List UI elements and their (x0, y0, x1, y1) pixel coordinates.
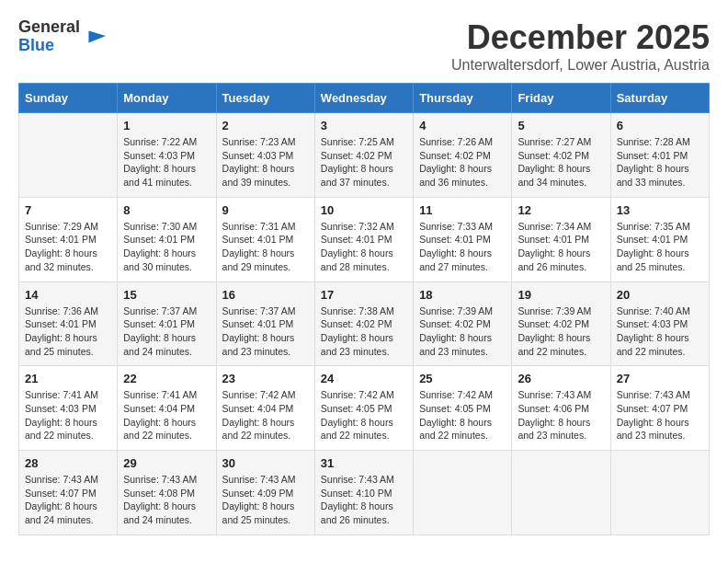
calendar-cell: 4 Sunrise: 7:26 AM Sunset: 4:02 PM Dayli… (414, 113, 512, 198)
logo-blue: Blue (18, 37, 80, 55)
calendar-week-0: 1 Sunrise: 7:22 AM Sunset: 4:03 PM Dayli… (19, 113, 710, 198)
sunrise-text: Sunrise: 7:28 AM (617, 136, 690, 147)
sunrise-text: Sunrise: 7:22 AM (123, 136, 197, 147)
day-info: Sunrise: 7:43 AM Sunset: 4:06 PM Dayligh… (518, 388, 604, 442)
sunrise-text: Sunrise: 7:30 AM (123, 221, 197, 232)
day-info: Sunrise: 7:38 AM Sunset: 4:02 PM Dayligh… (321, 304, 407, 359)
sunset-text: Sunset: 4:02 PM (321, 150, 392, 161)
sunset-text: Sunset: 4:07 PM (617, 403, 688, 414)
calendar-cell (19, 113, 118, 198)
calendar-cell: 9 Sunrise: 7:31 AM Sunset: 4:01 PM Dayli… (216, 197, 314, 282)
daylight-text: Daylight: 8 hours and 22 minutes. (518, 332, 590, 357)
header-friday: Friday (512, 84, 610, 113)
sunset-text: Sunset: 4:01 PM (123, 318, 195, 329)
daylight-text: Daylight: 8 hours and 25 minutes. (617, 247, 689, 272)
day-info: Sunrise: 7:33 AM Sunset: 4:01 PM Dayligh… (419, 220, 506, 274)
sunset-text: Sunset: 4:01 PM (321, 234, 392, 245)
daylight-text: Daylight: 8 hours and 23 minutes. (222, 332, 295, 357)
sunrise-text: Sunrise: 7:38 AM (321, 305, 394, 316)
day-info: Sunrise: 7:28 AM Sunset: 4:01 PM Dayligh… (617, 135, 703, 190)
daylight-text: Daylight: 8 hours and 22 minutes. (617, 332, 689, 357)
daylight-text: Daylight: 8 hours and 36 minutes. (419, 163, 492, 188)
header-thursday: Thursday (414, 84, 512, 113)
sunrise-text: Sunrise: 7:43 AM (123, 474, 197, 485)
sunrise-text: Sunrise: 7:41 AM (25, 389, 98, 400)
day-number: 17 (321, 288, 407, 302)
calendar-week-4: 28 Sunrise: 7:43 AM Sunset: 4:07 PM Dayl… (19, 451, 710, 535)
day-info: Sunrise: 7:27 AM Sunset: 4:02 PM Dayligh… (518, 135, 604, 190)
day-number: 14 (25, 288, 111, 302)
sunset-text: Sunset: 4:06 PM (518, 403, 589, 414)
sunrise-text: Sunrise: 7:42 AM (419, 389, 493, 400)
daylight-text: Daylight: 8 hours and 41 minutes. (123, 163, 196, 188)
daylight-text: Daylight: 8 hours and 25 minutes. (25, 332, 97, 357)
calendar-week-3: 21 Sunrise: 7:41 AM Sunset: 4:03 PM Dayl… (19, 366, 710, 451)
day-info: Sunrise: 7:25 AM Sunset: 4:02 PM Dayligh… (321, 135, 407, 190)
day-number: 19 (518, 288, 604, 302)
sunset-text: Sunset: 4:03 PM (25, 403, 97, 414)
sunset-text: Sunset: 4:02 PM (518, 150, 589, 161)
day-info: Sunrise: 7:43 AM Sunset: 4:10 PM Dayligh… (321, 473, 407, 527)
day-info: Sunrise: 7:41 AM Sunset: 4:04 PM Dayligh… (123, 388, 210, 442)
daylight-text: Daylight: 8 hours and 23 minutes. (617, 417, 689, 442)
header-wednesday: Wednesday (314, 84, 413, 113)
day-number: 12 (518, 203, 604, 217)
sunrise-text: Sunrise: 7:36 AM (25, 305, 98, 316)
sunset-text: Sunset: 4:09 PM (222, 488, 294, 499)
header-row: Sunday Monday Tuesday Wednesday Thursday… (19, 84, 710, 113)
day-number: 28 (25, 456, 111, 470)
calendar-cell: 25 Sunrise: 7:42 AM Sunset: 4:05 PM Dayl… (414, 366, 512, 451)
day-info: Sunrise: 7:42 AM Sunset: 4:05 PM Dayligh… (419, 388, 506, 442)
header-monday: Monday (118, 84, 216, 113)
svg-marker-0 (89, 30, 107, 42)
sunset-text: Sunset: 4:04 PM (222, 403, 294, 414)
sunrise-text: Sunrise: 7:33 AM (419, 221, 493, 232)
sunset-text: Sunset: 4:03 PM (123, 150, 195, 161)
calendar-cell: 6 Sunrise: 7:28 AM Sunset: 4:01 PM Dayli… (610, 113, 709, 198)
sunrise-text: Sunrise: 7:29 AM (25, 221, 98, 232)
calendar-cell: 27 Sunrise: 7:43 AM Sunset: 4:07 PM Dayl… (610, 366, 709, 451)
calendar-cell (512, 451, 610, 535)
sunrise-text: Sunrise: 7:43 AM (321, 474, 394, 485)
daylight-text: Daylight: 8 hours and 37 minutes. (321, 163, 393, 188)
calendar-cell: 11 Sunrise: 7:33 AM Sunset: 4:01 PM Dayl… (414, 197, 512, 282)
daylight-text: Daylight: 8 hours and 22 minutes. (25, 417, 97, 442)
daylight-text: Daylight: 8 hours and 34 minutes. (518, 163, 590, 188)
day-info: Sunrise: 7:29 AM Sunset: 4:01 PM Dayligh… (25, 220, 111, 274)
calendar-cell: 30 Sunrise: 7:43 AM Sunset: 4:09 PM Dayl… (216, 451, 314, 535)
day-number: 6 (617, 119, 703, 132)
daylight-text: Daylight: 8 hours and 24 minutes. (25, 500, 97, 525)
calendar-table: Sunday Monday Tuesday Wednesday Thursday… (18, 83, 710, 535)
location-title: Unterwaltersdorf, Lower Austria, Austria (451, 57, 710, 74)
sunrise-text: Sunrise: 7:39 AM (419, 305, 493, 316)
sunset-text: Sunset: 4:04 PM (123, 403, 195, 414)
sunset-text: Sunset: 4:07 PM (25, 488, 97, 499)
day-info: Sunrise: 7:42 AM Sunset: 4:04 PM Dayligh… (222, 388, 309, 442)
daylight-text: Daylight: 8 hours and 22 minutes. (321, 417, 393, 442)
sunrise-text: Sunrise: 7:43 AM (25, 474, 98, 485)
sunrise-text: Sunrise: 7:37 AM (123, 305, 197, 316)
daylight-text: Daylight: 8 hours and 22 minutes. (222, 417, 295, 442)
day-number: 16 (222, 288, 309, 302)
calendar-week-1: 7 Sunrise: 7:29 AM Sunset: 4:01 PM Dayli… (19, 197, 710, 282)
day-number: 24 (321, 372, 407, 385)
day-number: 3 (321, 119, 407, 132)
daylight-text: Daylight: 8 hours and 22 minutes. (123, 417, 196, 442)
calendar-cell: 31 Sunrise: 7:43 AM Sunset: 4:10 PM Dayl… (314, 451, 413, 535)
sunset-text: Sunset: 4:02 PM (518, 318, 589, 329)
sunrise-text: Sunrise: 7:42 AM (222, 389, 296, 400)
day-number: 1 (123, 119, 210, 132)
sunset-text: Sunset: 4:01 PM (25, 318, 97, 329)
day-number: 26 (518, 372, 604, 385)
sunset-text: Sunset: 4:01 PM (617, 150, 688, 161)
sunrise-text: Sunrise: 7:43 AM (222, 474, 296, 485)
sunrise-text: Sunrise: 7:26 AM (419, 136, 493, 147)
header-tuesday: Tuesday (216, 84, 314, 113)
sunrise-text: Sunrise: 7:31 AM (222, 221, 296, 232)
sunrise-text: Sunrise: 7:43 AM (518, 389, 591, 400)
calendar-cell: 3 Sunrise: 7:25 AM Sunset: 4:02 PM Dayli… (314, 113, 413, 198)
day-info: Sunrise: 7:26 AM Sunset: 4:02 PM Dayligh… (419, 135, 506, 190)
day-number: 18 (419, 288, 506, 302)
day-number: 15 (123, 288, 210, 302)
logo-general: General (18, 18, 80, 37)
